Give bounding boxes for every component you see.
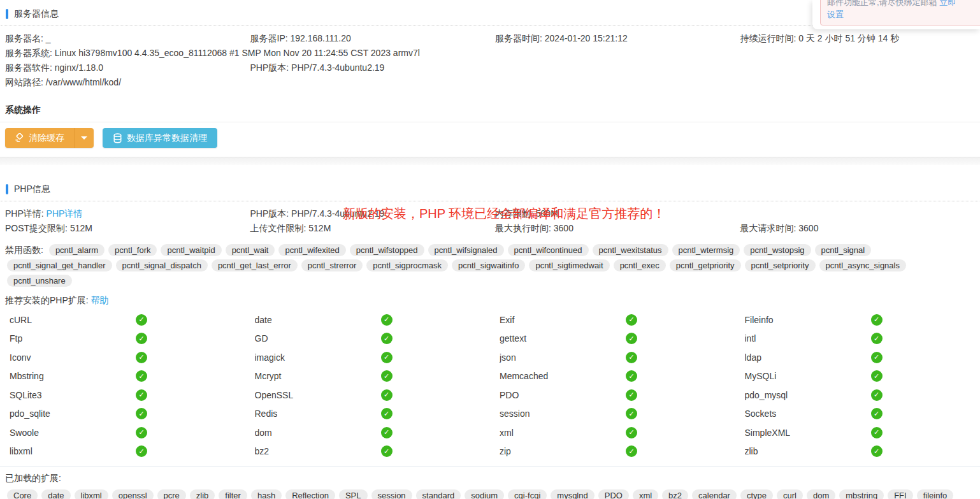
- extension-name: Fileinfo: [745, 315, 871, 325]
- tag-pill: pcntl_async_signals: [819, 259, 906, 271]
- extension-name: pdo_sqlite: [10, 409, 136, 419]
- recommended-extension-cell: SimpleXML✓: [735, 423, 980, 442]
- check-circle-icon: ✓: [136, 352, 147, 363]
- check-circle-icon: ✓: [871, 370, 883, 382]
- recommended-extension-cell: gettext✓: [490, 329, 735, 349]
- recommended-extension-cell: bz2✓: [245, 442, 491, 461]
- clean-icon: [15, 133, 24, 143]
- info-field: 网站路径: /var/www/html/kod/: [0, 75, 245, 89]
- check-circle-icon: ✓: [626, 333, 637, 344]
- section-divider: [0, 157, 980, 165]
- bind-email-alert: 邮件功能正常,请尽快绑定邮箱 立即 设置: [820, 0, 980, 25]
- info-row: 服务器系统: Linux hi3798mv100 4.4.35_ecoo_811…: [0, 45, 980, 60]
- loaded-extensions-tags: CoredatelibxmlopensslpcrezlibfilterhashR…: [0, 486, 980, 499]
- tag-pill: pcntl_exec: [614, 259, 666, 271]
- info-field: 最大执行时间: 3600: [490, 221, 735, 235]
- clear-cache-dropdown-toggle[interactable]: [74, 128, 94, 148]
- tag-pill: pcntl_alarm: [49, 244, 104, 256]
- info-row: 服务器名: _服务器IP: 192.168.111.20服务器时间: 2024-…: [0, 31, 980, 45]
- extension-name: bz2: [255, 446, 381, 456]
- section-title: PHP信息: [14, 184, 50, 195]
- tag-pill: sodium: [465, 489, 504, 499]
- check-circle-icon: ✓: [871, 445, 883, 457]
- recommended-extension-cell: OpenSSL✓: [245, 386, 491, 405]
- check-circle-icon: ✓: [381, 314, 393, 326]
- loaded-extensions-label: 已加载的扩展:: [0, 471, 980, 486]
- info-field-text: 服务器系统: Linux hi3798mv100 4.4.35_ecoo_811…: [5, 48, 420, 58]
- recommended-extension-cell: date✓: [245, 310, 491, 329]
- info-field-text: 服务器IP: 192.168.111.20: [250, 33, 351, 43]
- tag-pill: pcntl_wifstopped: [350, 244, 424, 256]
- recommended-extension-cell: pdo_mysql✓: [735, 386, 980, 405]
- info-field: PHP详情: PHP详情: [0, 206, 245, 221]
- tag-pill: SPL: [339, 489, 368, 499]
- db-clean-button[interactable]: 数据库异常数据清理: [103, 128, 217, 148]
- tag-pill: pcntl_sigtimedwait: [529, 259, 609, 271]
- tag-pill: pcntl_signal_dispatch: [116, 259, 208, 271]
- bind-now-link-part2[interactable]: 设置: [827, 10, 844, 19]
- tag-pill: pcntl_wifexited: [278, 244, 345, 256]
- extension-name: Memcached: [500, 371, 626, 381]
- recommended-extension-cell: Memcached✓: [490, 367, 735, 386]
- bind-now-link-part1[interactable]: 立即: [939, 0, 956, 7]
- check-circle-icon: ✓: [626, 408, 637, 419]
- info-field-text: 上传文件限制: 512M: [250, 223, 331, 233]
- check-circle-icon: ✓: [626, 427, 637, 438]
- recommended-extension-cell: Exif✓: [490, 310, 735, 329]
- recommended-extension-cell: Mbstring✓: [0, 367, 245, 386]
- recommended-extension-cell: intl✓: [735, 329, 980, 349]
- recommended-extension-cell: PDO✓: [490, 386, 735, 405]
- recommended-extension-cell: Fileinfo✓: [735, 310, 980, 329]
- alert-line1: 邮件功能正常,请尽快绑定邮箱 立即: [827, 0, 980, 8]
- caret-down-icon: [81, 136, 87, 140]
- extension-name: imagick: [255, 352, 381, 363]
- recommended-extension-cell: session✓: [490, 405, 735, 424]
- check-circle-icon: ✓: [381, 370, 393, 382]
- extension-name: date: [255, 315, 381, 325]
- extension-name: MySQLi: [745, 371, 871, 381]
- recommended-extension-cell: libxml✓: [0, 442, 245, 461]
- recommended-extension-cell: json✓: [490, 348, 735, 367]
- section-accent-bar: [6, 184, 8, 194]
- tag-pill: pcre: [157, 489, 186, 499]
- info-field-text: PHP详情:: [5, 208, 47, 219]
- recommended-extension-cell: Mcrypt✓: [245, 367, 491, 386]
- tag-pill: filter: [219, 489, 247, 499]
- info-field: 服务器时间: 2024-01-20 15:21:12: [490, 31, 735, 45]
- recommended-extensions-label: 推荐安装的PHP扩展:: [5, 295, 91, 305]
- tag-pill: Core: [7, 489, 38, 499]
- recommended-extension-cell: ldap✓: [735, 348, 980, 367]
- extension-name: session: [500, 409, 626, 419]
- extension-name: Mcrypt: [255, 371, 381, 381]
- tag-pill: pcntl_unshare: [7, 275, 72, 287]
- check-circle-icon: ✓: [871, 427, 883, 438]
- check-circle-icon: ✓: [136, 314, 147, 326]
- section-accent-bar: [6, 9, 8, 19]
- tag-pill: pcntl_getpriority: [670, 259, 741, 271]
- extension-name: Exif: [500, 315, 626, 325]
- info-field-text: PHP版本: PHP/7.4.3-4ubuntu2.19: [250, 62, 385, 73]
- extension-name: GD: [255, 333, 381, 344]
- check-circle-icon: ✓: [626, 389, 637, 401]
- recommended-extension-cell: imagick✓: [245, 348, 491, 367]
- check-circle-icon: ✓: [136, 370, 147, 382]
- info-field-text: 服务器软件: nginx/1.18.0: [5, 62, 103, 73]
- extension-name: SimpleXML: [745, 428, 871, 438]
- extension-name: Swoole: [10, 428, 136, 438]
- info-field-link[interactable]: PHP详情: [47, 208, 83, 219]
- info-field: POST提交限制: 512M: [0, 221, 245, 235]
- tag-pill: PDO: [598, 489, 629, 499]
- tag-pill: cgi-fcgi: [508, 489, 547, 499]
- tag-pill: pcntl_sigwaitinfo: [452, 259, 525, 271]
- check-circle-icon: ✓: [626, 370, 637, 382]
- extension-name: Sockets: [745, 409, 871, 419]
- info-field-text: 持续运行时间: 0 天 2 小时 51 分钟 14 秒: [740, 33, 900, 43]
- tag-pill: ctype: [740, 489, 773, 499]
- help-link[interactable]: 帮助: [91, 295, 109, 305]
- system-ops-buttons: 清除缓存 数据库异常数据清理: [0, 122, 980, 155]
- database-icon: [113, 133, 122, 143]
- tag-pill: xml: [633, 489, 658, 499]
- extension-name: PDO: [500, 390, 626, 400]
- info-field: 最大请求时间: 3600: [735, 221, 980, 235]
- clear-cache-button[interactable]: 清除缓存: [5, 133, 74, 144]
